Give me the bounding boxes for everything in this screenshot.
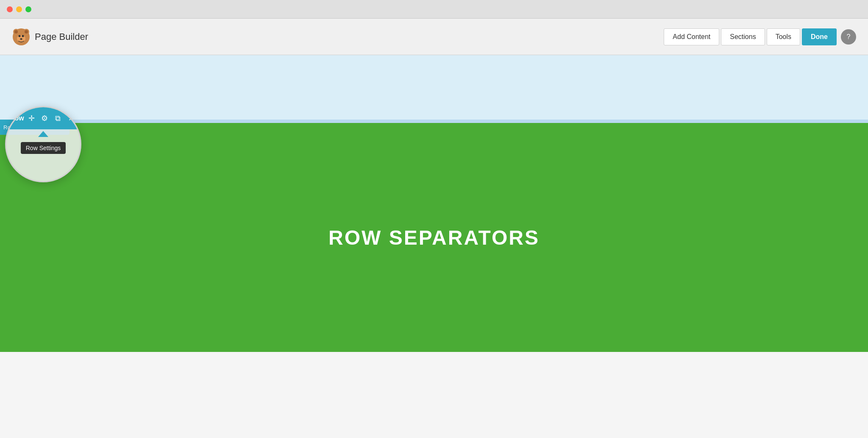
mag-close-icon[interactable]: ✕: [65, 111, 77, 126]
help-icon: ?: [847, 33, 851, 41]
magnified-content: Row ✛ ⚙ ⧉ ✕ Row Settings: [6, 107, 80, 181]
mag-settings-icon[interactable]: ⚙: [39, 111, 50, 126]
tools-button[interactable]: Tools: [767, 28, 800, 45]
row-highlight-bar: [0, 120, 868, 123]
sections-button[interactable]: Sections: [721, 28, 765, 45]
tooltip-triangle: [38, 131, 48, 137]
done-button[interactable]: Done: [802, 28, 837, 45]
mag-move-icon[interactable]: ✛: [26, 111, 37, 126]
row-settings-tooltip: Row Settings: [21, 142, 66, 154]
svg-point-6: [19, 35, 21, 37]
maximize-button[interactable]: [25, 6, 31, 12]
tooltip-row: [6, 129, 80, 139]
minimize-button[interactable]: [16, 6, 22, 12]
app-logo: Page Builder: [12, 28, 88, 46]
canvas-area: Row ✛ ⚙ ⧉ ✕ ROW SEPARATORS Row ✛ ⚙ ⧉ ✕ R…: [0, 55, 868, 438]
svg-point-4: [25, 30, 28, 33]
logo-icon: [12, 28, 31, 46]
title-bar: [0, 0, 868, 19]
tooltip-container: Row Settings: [6, 139, 80, 157]
help-button[interactable]: ?: [841, 29, 856, 45]
row-heading: ROW SEPARATORS: [328, 226, 540, 249]
top-area: [0, 55, 868, 120]
circle-magnifier: Row ✛ ⚙ ⧉ ✕ Row Settings: [5, 106, 81, 182]
mag-copy-icon[interactable]: ⧉: [52, 111, 64, 126]
app-header: Page Builder Add Content Sections Tools …: [0, 19, 868, 55]
add-content-button[interactable]: Add Content: [664, 28, 719, 45]
window-controls: [7, 6, 31, 12]
svg-point-9: [20, 38, 22, 40]
header-actions: Add Content Sections Tools Done ?: [664, 28, 856, 45]
app-title: Page Builder: [35, 31, 88, 42]
svg-point-7: [22, 35, 24, 37]
mag-toolbar: Row ✛ ⚙ ⧉ ✕: [6, 107, 80, 129]
close-button[interactable]: [7, 6, 13, 12]
green-row: ROW SEPARATORS: [0, 123, 868, 352]
mag-row-label: Row: [10, 114, 24, 122]
svg-point-3: [14, 30, 18, 33]
